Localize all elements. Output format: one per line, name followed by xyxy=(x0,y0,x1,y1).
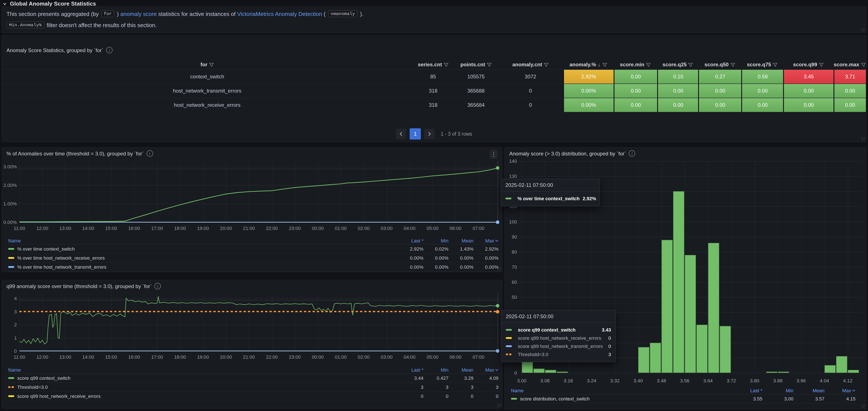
filter-icon[interactable] xyxy=(544,62,549,67)
description-line-2: Min.Anomaly% filter doesn't affect the r… xyxy=(6,22,157,28)
legend-header-mean[interactable]: Mean xyxy=(448,238,473,243)
legend-header-name[interactable]: Name xyxy=(8,367,398,373)
next-page-button[interactable] xyxy=(424,129,435,139)
legend-series-name[interactable]: Threshold=3.0 xyxy=(17,384,398,390)
description-text: ). xyxy=(358,10,363,17)
table-row: host_network_transmit_errors31836568800.… xyxy=(2,83,866,98)
legend-header-min[interactable]: Min xyxy=(762,388,794,393)
column-header-anomaly.%[interactable]: anomaly.%↓ xyxy=(563,60,613,69)
cell-score: 0.00 xyxy=(698,98,741,112)
legend-series-name[interactable]: % over time host_network_transmit_errors xyxy=(17,264,398,270)
info-icon[interactable]: i xyxy=(629,150,635,157)
filter-icon[interactable] xyxy=(646,62,651,67)
legend-header-name[interactable]: Name xyxy=(8,238,398,243)
tooltip-series-value: 3 xyxy=(609,351,611,357)
legend-series-name[interactable]: score q99 host_network_receive_errors xyxy=(17,393,398,399)
legend-header-last[interactable]: Last * xyxy=(398,238,424,243)
chevron-down-icon xyxy=(495,239,498,242)
series-line xyxy=(20,168,498,222)
chart-tooltip: 2025-02-11 07:50:00 % over time context_… xyxy=(501,179,600,206)
filter-icon[interactable] xyxy=(444,62,448,67)
column-header-anomaly.cnt[interactable]: anomaly.cnt xyxy=(498,60,563,69)
legend-series-name[interactable]: score q99 context_switch xyxy=(17,375,398,381)
code-chip-for: for xyxy=(101,10,115,17)
column-header-score.q50[interactable]: score.q50 xyxy=(698,60,741,69)
legend-header-min[interactable]: Min xyxy=(424,238,448,243)
cell-score: 0.00 xyxy=(783,84,834,98)
series-color-pill xyxy=(505,198,512,199)
chart-panel-title[interactable]: Anomaly score (> 3.0) distribution, grou… xyxy=(509,150,635,157)
series-color-pill xyxy=(8,257,14,259)
legend-series-name[interactable]: % over time context_switch xyxy=(17,246,398,251)
cell-value: 318 xyxy=(412,98,454,112)
legend-stat-value: 0.00% xyxy=(424,255,448,261)
prev-page-button[interactable] xyxy=(396,129,406,139)
cell-value: 365684 xyxy=(454,98,498,112)
legend-header-mean[interactable]: Mean xyxy=(794,388,825,393)
table-panel-title[interactable]: Anomaly Score Statistics, grouped by `fo… xyxy=(6,47,113,54)
legend-header-name[interactable]: Name xyxy=(511,388,731,393)
cell-score: 3.71 xyxy=(834,70,866,83)
histogram-bar xyxy=(778,371,789,373)
filter-icon[interactable] xyxy=(209,62,214,67)
legend-stat-value: 3.00 xyxy=(762,396,794,401)
panel-resize-handle[interactable] xyxy=(861,28,865,32)
tooltip-timestamp: 2025-02-11 07:50:00 xyxy=(501,310,615,323)
column-header-for[interactable]: for xyxy=(2,60,412,69)
vmanomaly-docs-link[interactable]: VictoriaMetrics Anomaly Detection xyxy=(237,10,322,17)
tooltip-series-value: 0 xyxy=(609,335,611,340)
page-number-button[interactable]: 1 xyxy=(410,128,421,139)
filter-icon[interactable] xyxy=(602,62,607,67)
column-label: anomaly.% xyxy=(569,62,596,68)
filter-icon[interactable] xyxy=(688,62,693,67)
column-header-score.q25[interactable]: score.q25 xyxy=(657,60,698,69)
panel-resize-handle[interactable] xyxy=(861,137,865,141)
filter-icon[interactable] xyxy=(819,62,824,67)
cell-score: 0.00 xyxy=(657,84,698,98)
tooltip-series-value: 3.43 xyxy=(602,327,611,332)
tooltip-row: score q99 context_switch3.43 xyxy=(506,326,611,334)
x-axis-label: 3.80 xyxy=(747,378,762,383)
column-header-score.min[interactable]: score.min xyxy=(613,60,657,69)
x-axis-label: 3.72 xyxy=(723,378,739,383)
x-axis-label: 3.16 xyxy=(561,378,576,383)
histogram-bar xyxy=(650,343,661,373)
legend-header-last[interactable]: Last * xyxy=(398,367,424,373)
legend-header-max[interactable]: Max xyxy=(473,367,498,373)
histogram-bar xyxy=(696,324,708,373)
table-header-row: forseries.cntpoints.cntanomaly.cntanomal… xyxy=(2,60,866,69)
legend-header-min[interactable]: Min xyxy=(424,367,448,373)
info-icon[interactable]: i xyxy=(106,47,113,54)
sort-desc-icon[interactable]: ↓ xyxy=(598,62,600,68)
chevron-down-icon[interactable] xyxy=(3,1,7,6)
tooltip-rows: score q99 context_switch3.43score q99 ho… xyxy=(501,323,615,362)
legend-header-max[interactable]: Max xyxy=(473,238,498,243)
tooltip-row: Threshold=3.03 xyxy=(506,350,611,358)
histogram-bar xyxy=(638,347,649,373)
histogram-bar xyxy=(661,240,673,373)
filter-icon[interactable] xyxy=(487,62,492,67)
legend-header-mean[interactable]: Mean xyxy=(448,367,473,373)
column-header-series.cnt[interactable]: series.cnt xyxy=(412,60,454,69)
legend-series-name[interactable]: score distribution, context_switch xyxy=(520,396,731,401)
tooltip-series-name: score q99 host_network_receive_errors xyxy=(518,335,606,340)
legend-header-max[interactable]: Max xyxy=(825,388,856,393)
legend-header-last[interactable]: Last * xyxy=(731,388,762,393)
filter-icon[interactable] xyxy=(861,62,866,67)
filter-icon[interactable] xyxy=(731,62,735,67)
table-pagination: 1 1 - 3 of 3 rows xyxy=(2,128,866,139)
cell-for: context_switch xyxy=(2,70,412,83)
column-header-points.cnt[interactable]: points.cnt xyxy=(454,60,498,69)
legend-stat-value: 0 xyxy=(473,393,498,399)
column-header-score.q75[interactable]: score.q75 xyxy=(741,60,783,69)
filter-icon[interactable] xyxy=(773,62,778,67)
section-header[interactable]: Global Anomaly Score Statistics xyxy=(3,0,96,7)
panel-resize-handle[interactable] xyxy=(861,404,865,408)
legend-series-name[interactable]: % over time host_network_receive_errors xyxy=(17,255,398,261)
column-header-score.max[interactable]: score.max xyxy=(834,60,866,69)
y-axis-label: 60 xyxy=(505,279,517,285)
table-body: context_switch8510557530722.92%0.000.100… xyxy=(2,69,866,112)
anomaly-score-link[interactable]: anomaly score xyxy=(120,10,157,17)
histogram-bar xyxy=(720,326,731,373)
column-header-score.q99[interactable]: score.q99 xyxy=(783,60,834,69)
